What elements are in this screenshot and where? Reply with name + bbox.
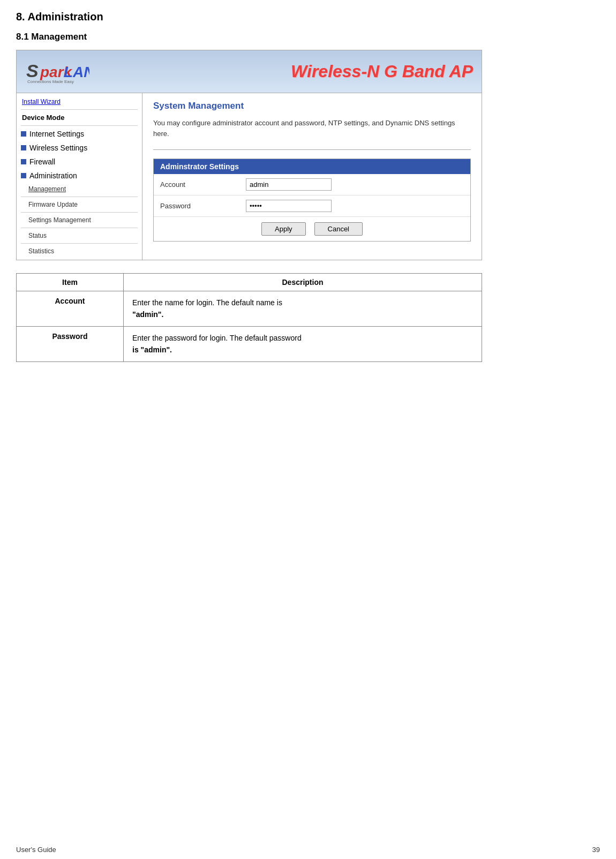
sidebar: Install Wizard Device Mode Internet Sett… bbox=[17, 93, 142, 260]
sidebar-item-device-mode[interactable]: Device Mode bbox=[17, 111, 142, 124]
sidebar-square-admin bbox=[21, 173, 26, 178]
account-row: Account bbox=[154, 174, 470, 195]
sidebar-separator-4 bbox=[21, 212, 138, 213]
account-input[interactable] bbox=[246, 178, 332, 191]
account-desc-line2: "admin". bbox=[132, 310, 163, 319]
page-heading2: 8.1 Management bbox=[16, 32, 600, 42]
account-desc-cell: Enter the name for login. The default na… bbox=[124, 291, 482, 327]
footer-left: User's Guide bbox=[16, 846, 56, 854]
description-text: You may configure administrator account … bbox=[153, 118, 471, 139]
svg-text:Connections Made Easy: Connections Made Easy bbox=[27, 79, 74, 84]
section-title: System Management bbox=[153, 101, 471, 111]
table-row-account: Account Enter the name for login. The de… bbox=[17, 291, 482, 327]
password-desc-cell: Enter the password for login. The defaul… bbox=[124, 326, 482, 361]
cancel-button[interactable]: Cancel bbox=[314, 222, 363, 236]
sidebar-item-settings-management[interactable]: Settings Management bbox=[17, 214, 142, 227]
admin-settings-box: Adminstrator Settings Account Password A… bbox=[153, 159, 471, 242]
sidebar-separator-1 bbox=[21, 109, 138, 110]
col-header-item: Item bbox=[17, 274, 124, 291]
sidebar-item-install-wizard[interactable]: Install Wizard bbox=[17, 95, 142, 108]
account-item-cell: Account bbox=[17, 291, 124, 327]
sidebar-item-statistics[interactable]: Statistics bbox=[17, 245, 142, 258]
account-desc-line1: Enter the name for login. The default na… bbox=[132, 298, 282, 307]
ui-body: Install Wizard Device Mode Internet Sett… bbox=[17, 93, 482, 260]
logo-area: S park LAN Connections Made Easy bbox=[25, 58, 89, 85]
apply-button[interactable]: Apply bbox=[261, 222, 306, 236]
sidebar-separator-3 bbox=[21, 197, 138, 197]
footer-page-number: 39 bbox=[592, 846, 600, 854]
sidebar-item-internet-settings[interactable]: Internet Settings bbox=[17, 127, 142, 141]
router-ui-frame: S park LAN Connections Made Easy Wireles… bbox=[16, 50, 482, 260]
password-input[interactable] bbox=[246, 200, 332, 212]
password-desc-line2: is "admin". bbox=[132, 345, 172, 354]
info-table: Item Description Account Enter the name … bbox=[16, 273, 482, 362]
sparklan-logo-icon: S park LAN Connections Made Easy bbox=[25, 58, 89, 85]
sidebar-square-firewall bbox=[21, 159, 26, 164]
sidebar-separator-5 bbox=[21, 228, 138, 228]
sidebar-item-administration[interactable]: Administration bbox=[17, 169, 142, 183]
sidebar-square-wireless bbox=[21, 145, 26, 150]
svg-text:S: S bbox=[26, 61, 39, 81]
sidebar-item-firewall[interactable]: Firewall bbox=[17, 155, 142, 169]
sidebar-separator-6 bbox=[21, 243, 138, 244]
table-row-password: Password Enter the password for login. T… bbox=[17, 326, 482, 361]
ui-header: S park LAN Connections Made Easy Wireles… bbox=[17, 50, 482, 93]
password-label: Password bbox=[160, 202, 246, 210]
password-item-cell: Password bbox=[17, 326, 124, 361]
main-content: System Management You may configure admi… bbox=[142, 93, 482, 260]
sidebar-square-internet bbox=[21, 131, 26, 137]
sidebar-item-firmware-update[interactable]: Firmware Update bbox=[17, 198, 142, 211]
sidebar-item-wireless-settings[interactable]: Wireless Settings bbox=[17, 141, 142, 155]
account-label: Account bbox=[160, 180, 246, 189]
product-title: Wireless-N G Band AP bbox=[291, 62, 473, 81]
page-heading1: 8. Administration bbox=[16, 11, 600, 23]
divider bbox=[153, 149, 471, 150]
settings-buttons: Apply Cancel bbox=[154, 217, 470, 241]
settings-box-title: Adminstrator Settings bbox=[154, 159, 470, 174]
password-row: Password bbox=[154, 195, 470, 217]
sidebar-separator-2 bbox=[21, 125, 138, 126]
svg-text:LAN: LAN bbox=[64, 64, 89, 80]
sidebar-item-management[interactable]: Management bbox=[17, 183, 142, 195]
password-desc-line1: Enter the password for login. The defaul… bbox=[132, 334, 302, 342]
sidebar-item-status[interactable]: Status bbox=[17, 229, 142, 242]
col-header-description: Description bbox=[124, 274, 482, 291]
